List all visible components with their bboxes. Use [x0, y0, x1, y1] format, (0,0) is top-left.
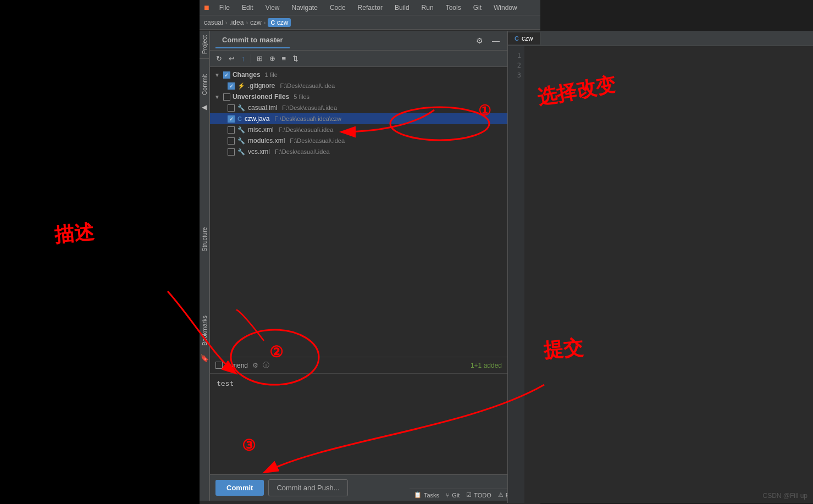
bookmark-icon[interactable]: 🔖: [198, 352, 211, 364]
status-git[interactable]: ⑂ Git: [446, 492, 460, 499]
line-3: 3: [508, 70, 524, 80]
commit-message-input[interactable]: test: [210, 374, 507, 473]
tree-item-casual-iml[interactable]: 🔧 casual.iml F:\Desk\casual\.idea: [210, 102, 507, 113]
toolbar-sep-1: [251, 54, 251, 63]
toolbar-refresh-btn[interactable]: ↻: [213, 53, 225, 64]
breadcrumb-sep-1: ›: [225, 19, 228, 26]
toolbar-list-btn[interactable]: ⊞: [254, 53, 266, 64]
toolbar-collapse-btn[interactable]: ⇅: [290, 53, 301, 64]
misc-xml-checkbox[interactable]: [228, 126, 235, 134]
unversioned-group-header[interactable]: ▼ Unversioned Files 5 files: [210, 91, 507, 102]
problems-icon: ⚠: [498, 491, 504, 499]
watermark: CSDN @Fill up: [762, 492, 808, 500]
modules-xml-name: modules.xml: [248, 137, 285, 145]
tree-item-gitignore[interactable]: ✓ ⚡ .gitignore F:\Desk\casual\.idea: [210, 80, 507, 91]
panel-minimize-btn[interactable]: —: [490, 35, 502, 46]
line-1: 1: [508, 51, 524, 60]
gitignore-checkbox[interactable]: ✓: [228, 82, 235, 90]
editor-area: C czw 1 2 3: [507, 31, 813, 503]
gitignore-name: .gitignore: [248, 82, 275, 90]
left-panel: [0, 0, 200, 504]
panel-title-tab[interactable]: Commit to master: [215, 32, 290, 48]
menu-run[interactable]: Run: [419, 3, 436, 13]
changes-count: 1 file: [265, 71, 278, 78]
panel-settings-btn[interactable]: ⚙: [474, 35, 485, 46]
editor-tab-bar: C czw: [508, 31, 813, 46]
commit-push-button[interactable]: Commit and Push...: [268, 479, 347, 496]
vcs-xml-checkbox[interactable]: [228, 148, 235, 156]
menu-navigate[interactable]: Navigate: [290, 3, 320, 13]
menu-view[interactable]: View: [263, 3, 282, 13]
toolbar: ↻ ↩ ↑ ⊞ ⊕ ≡ ⇅: [210, 51, 507, 67]
changes-label: Changes: [233, 71, 261, 79]
casual-iml-checkbox[interactable]: [228, 104, 235, 112]
changes-group-checkbox[interactable]: ✓: [223, 71, 230, 79]
czw-java-checkbox[interactable]: ✓: [228, 115, 235, 123]
unversioned-group-checkbox[interactable]: [223, 93, 230, 101]
czw-java-name: czw.java: [245, 115, 269, 123]
vcs-xml-name: vcs.xml: [248, 148, 270, 156]
menu-edit[interactable]: Edit: [240, 3, 256, 13]
editor-code-area[interactable]: [524, 46, 813, 503]
changes-group-header[interactable]: ▼ ✓ Changes 1 file: [210, 69, 507, 80]
panel-header-actions: ⚙ —: [474, 35, 502, 46]
toolbar-expand-btn[interactable]: ≡: [279, 53, 289, 64]
line-2: 2: [508, 60, 524, 70]
tree-item-czw-java[interactable]: ✓ C czw.java F:\Desk\casual\.idea\czw: [210, 113, 507, 124]
structure-strip-label[interactable]: Structure: [200, 223, 209, 256]
changes-chevron: ▼: [214, 72, 220, 78]
panel-header: Commit to master ⚙ —: [210, 31, 507, 51]
toolbar-up-btn[interactable]: ↑: [239, 53, 248, 64]
menu-tools[interactable]: Tools: [444, 3, 463, 13]
toolbar-search-btn[interactable]: ⊕: [267, 53, 278, 64]
menu-refactor[interactable]: Refactor: [356, 3, 385, 13]
breadcrumb-czw-active[interactable]: C czw: [268, 18, 291, 27]
czw-java-icon: C: [237, 115, 242, 122]
unversioned-count: 5 files: [294, 93, 309, 100]
misc-xml-icon: 🔧: [237, 126, 245, 134]
git-status-icon: ⑂: [446, 492, 450, 499]
editor-tab-czw[interactable]: C czw: [508, 32, 540, 45]
menu-build[interactable]: Build: [392, 3, 412, 13]
bookmarks-strip-label[interactable]: Bookmarks: [200, 311, 209, 350]
commit-message-area: test: [210, 373, 507, 474]
status-todo[interactable]: ☑ TODO: [466, 491, 491, 499]
commit-panel: Commit to master ⚙ — ↻ ↩ ↑ ⊞ ⊕ ≡ ⇅ ▼ ✓ C…: [209, 31, 507, 501]
gitignore-path: F:\Desk\casual\.idea: [280, 82, 335, 89]
casual-iml-icon: 🔧: [237, 104, 245, 112]
file-tree: ▼ ✓ Changes 1 file ✓ ⚡ .gitignore F:\Des…: [210, 67, 507, 357]
menu-file[interactable]: File: [217, 3, 232, 13]
commit-strip-icon[interactable]: ◀: [200, 102, 208, 113]
amend-info-icon[interactable]: ⓘ: [263, 361, 269, 370]
unversioned-label: Unversioned Files: [233, 93, 289, 101]
vcs-xml-icon: 🔧: [237, 148, 245, 156]
casual-iml-name: casual.iml: [248, 104, 277, 112]
status-tasks[interactable]: 📋 Tasks: [414, 491, 439, 499]
tree-item-modules-xml[interactable]: 🔧 modules.xml F:\Desk\casual\.idea: [210, 135, 507, 146]
commit-strip-label[interactable]: Commit: [200, 70, 209, 99]
project-strip-label[interactable]: Project: [200, 31, 209, 58]
commit-button[interactable]: Commit: [215, 480, 264, 496]
tree-empty-space: [210, 157, 507, 267]
menu-code[interactable]: Code: [328, 3, 348, 13]
amend-stats: 1+1 added: [471, 362, 502, 369]
changes-group: ▼ ✓ Changes 1 file ✓ ⚡ .gitignore F:\Des…: [210, 69, 507, 91]
breadcrumb: casual › .idea › czw › C czw: [200, 15, 540, 30]
todo-icon: ☑: [466, 491, 472, 499]
toolbar-undo-btn[interactable]: ↩: [226, 53, 237, 64]
modules-xml-checkbox[interactable]: [228, 137, 235, 145]
tree-item-misc-xml[interactable]: 🔧 misc.xml F:\Desk\casual\.idea: [210, 124, 507, 135]
breadcrumb-czw[interactable]: czw: [250, 19, 262, 26]
tree-item-vcs-xml[interactable]: 🔧 vcs.xml F:\Desk\casual\.idea: [210, 146, 507, 157]
breadcrumb-idea[interactable]: .idea: [229, 19, 244, 26]
amend-settings-icon[interactable]: ⚙: [252, 362, 258, 369]
modules-xml-path: F:\Desk\casual\.idea: [290, 137, 345, 144]
breadcrumb-casual[interactable]: casual: [204, 19, 223, 26]
amend-checkbox[interactable]: [215, 362, 223, 369]
menu-git[interactable]: Git: [471, 3, 484, 13]
menu-window[interactable]: Window: [491, 3, 519, 13]
editor-tab-icon: C: [515, 35, 519, 42]
casual-iml-path: F:\Desk\casual\.idea: [282, 104, 337, 111]
unversioned-chevron: ▼: [214, 94, 220, 100]
gitignore-icon: ⚡: [237, 82, 245, 90]
